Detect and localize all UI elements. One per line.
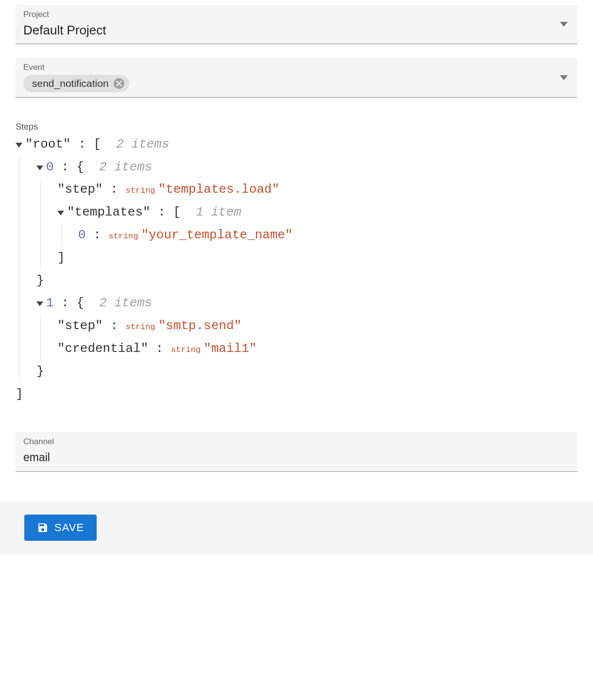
item1-meta: 2 items (99, 292, 152, 315)
tpl-val: your_template_name (149, 228, 285, 242)
close-icon[interactable] (114, 78, 124, 89)
caret-down-icon[interactable] (16, 143, 25, 148)
root-meta: 2 items (116, 133, 169, 156)
item1-step-val: smtp.send (166, 318, 234, 333)
caret-down-icon[interactable] (36, 166, 46, 170)
steps-label: Steps (16, 122, 577, 132)
svg-marker-4 (57, 211, 64, 216)
save-button[interactable]: SAVE (24, 515, 97, 541)
project-label: Project (23, 10, 570, 19)
item1-cred-val: mail1 (211, 341, 249, 356)
svg-marker-2 (16, 143, 22, 148)
chevron-down-icon (560, 75, 568, 80)
project-select[interactable]: Project Default Project (16, 5, 577, 44)
tpl-idx: 0 (78, 224, 86, 247)
root-key: root (33, 137, 63, 151)
chevron-down-icon (560, 22, 568, 27)
svg-marker-3 (36, 166, 43, 170)
channel-value: email (23, 451, 50, 464)
item0-step-key: step (65, 182, 95, 197)
svg-marker-0 (560, 22, 568, 27)
caret-down-icon[interactable] (57, 211, 67, 216)
event-chip[interactable]: send_notification (23, 75, 129, 92)
channel-input[interactable]: Channel email (16, 432, 577, 471)
json-tree: "root" : [ 2 items 0 : { 2 items "step" … (16, 133, 577, 406)
save-label: SAVE (54, 521, 84, 534)
project-value: Default Project (23, 23, 106, 38)
channel-label: Channel (23, 437, 570, 447)
svg-marker-5 (36, 301, 43, 306)
event-chip-label: send_notification (32, 78, 109, 89)
save-bar: SAVE (0, 501, 593, 554)
item1-step-type: string (125, 320, 155, 335)
tpl-type: string (108, 229, 138, 244)
item0-meta: 2 items (99, 156, 152, 179)
svg-marker-1 (560, 75, 568, 80)
event-select[interactable]: Event send_notification (16, 58, 577, 97)
item0-templates-key: templates (75, 205, 143, 219)
item0-index: 0 (46, 156, 54, 179)
item0-step-val: templates.load (166, 182, 271, 197)
item1-cred-key: credential (65, 341, 141, 356)
item1-index: 1 (46, 292, 54, 315)
item0-templates-meta: 1 item (196, 201, 241, 224)
item1-cred-type: string (171, 343, 201, 358)
item0-step-type: string (125, 183, 155, 199)
event-label: Event (23, 63, 570, 72)
save-icon (37, 522, 54, 533)
item1-step-key: step (65, 318, 95, 333)
caret-down-icon[interactable] (36, 301, 46, 306)
